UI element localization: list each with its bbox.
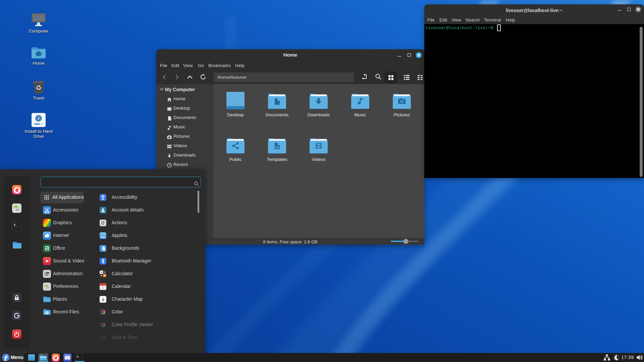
svg-text:á: á: [102, 297, 104, 302]
svg-text:♻: ♻: [36, 84, 42, 92]
svg-text:$_: $_: [14, 224, 17, 227]
svg-text:$_: $_: [77, 355, 80, 358]
